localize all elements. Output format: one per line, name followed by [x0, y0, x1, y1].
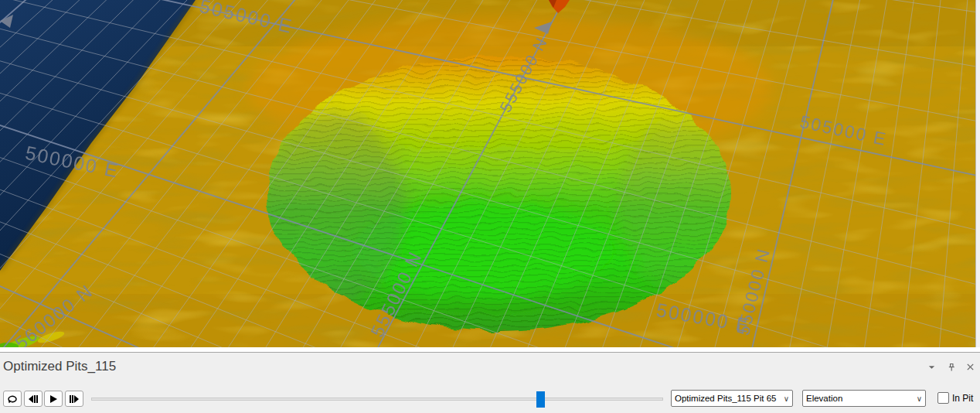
in-pit-checkbox[interactable] — [937, 392, 949, 404]
application-window: 500000 E 505000 E 505000 E 500000 E 5600… — [0, 0, 980, 413]
pin-icon[interactable] — [946, 362, 956, 372]
step-backward-button[interactable] — [24, 391, 43, 407]
display-attribute-dropdown[interactable]: Elevation ∨ — [802, 390, 926, 407]
animation-slider-track[interactable] — [91, 398, 663, 401]
viewport-edge-strip — [975, 0, 980, 347]
animation-slider-handle[interactable] — [536, 391, 545, 408]
pit-selection-dropdown[interactable]: Optimized Pits_115 Pit 65 77 ∨ — [671, 390, 793, 407]
panel-title: Optimized Pits_115 — [3, 359, 116, 374]
in-pit-checkbox-label: In Pit — [952, 393, 973, 404]
3d-viewport[interactable]: 500000 E 505000 E 505000 E 500000 E 5600… — [0, 0, 980, 347]
chevron-down-icon: ∨ — [911, 394, 922, 403]
close-icon[interactable] — [965, 362, 975, 372]
panel-menu-chevron-icon[interactable] — [927, 362, 937, 372]
step-forward-button[interactable] — [65, 391, 83, 407]
display-attribute-value: Elevation — [806, 394, 911, 403]
optimized-pits-panel: Optimized Pits_115 — [0, 352, 980, 413]
terrain-scene — [0, 0, 980, 347]
chevron-down-icon: ∨ — [778, 394, 789, 403]
loop-playback-button[interactable] — [3, 391, 22, 407]
pit-selection-value: Optimized Pits_115 Pit 65 77 — [675, 394, 778, 403]
play-button[interactable] — [44, 391, 63, 407]
